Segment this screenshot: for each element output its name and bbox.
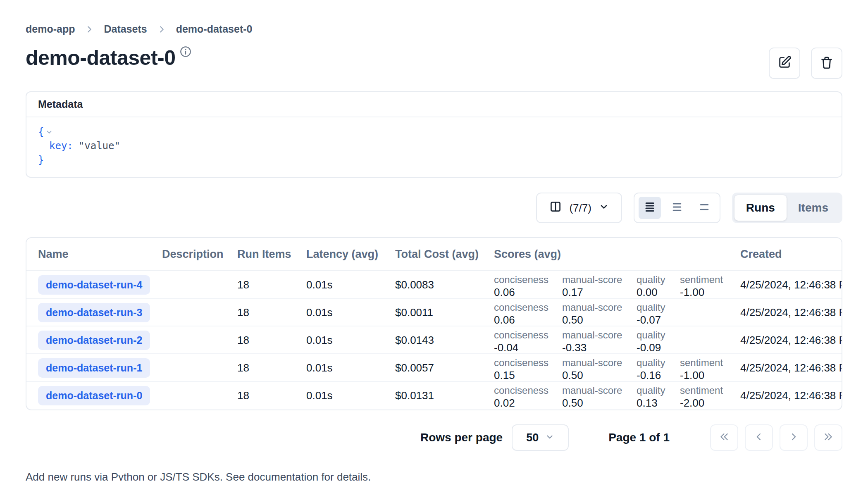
json-key: key: bbox=[49, 139, 73, 153]
run-name-link[interactable]: demo-dataset-run-4 bbox=[38, 275, 150, 295]
breadcrumb-item-dataset[interactable]: demo-dataset-0 bbox=[176, 23, 253, 35]
column-header-scores: Scores (avg) bbox=[494, 248, 740, 261]
latency-cell: 0.01s bbox=[306, 362, 395, 374]
density-compact-button[interactable] bbox=[639, 197, 661, 219]
edit-button[interactable] bbox=[769, 48, 800, 79]
score-value: -2.00 bbox=[680, 397, 740, 409]
score-label: conciseness bbox=[494, 385, 562, 396]
score-value: -0.33 bbox=[562, 341, 637, 354]
density-medium-button[interactable] bbox=[666, 197, 688, 219]
scores-cell: conciseness-0.04manual-score-0.33quality… bbox=[494, 326, 740, 354]
breadcrumb-item-app[interactable]: demo-app bbox=[26, 23, 75, 35]
table-row[interactable]: demo-dataset-run-4 18 0.01s $0.0083 conc… bbox=[26, 271, 842, 299]
run-name-link[interactable]: demo-dataset-run-1 bbox=[38, 358, 150, 378]
score-label: sentiment bbox=[680, 385, 740, 396]
density-relaxed-button[interactable] bbox=[693, 197, 715, 219]
score-value: 0.02 bbox=[494, 397, 562, 409]
latency-cell: 0.01s bbox=[306, 279, 395, 291]
score-quality: quality0.13 bbox=[637, 385, 680, 410]
chevron-right-icon bbox=[788, 431, 799, 444]
score-conciseness: conciseness-0.04 bbox=[494, 329, 562, 354]
score-label: manual-score bbox=[562, 357, 637, 368]
score-manual-score: manual-score0.50 bbox=[562, 385, 637, 410]
column-header-total-cost: Total Cost (avg) bbox=[395, 248, 494, 261]
score-quality: quality-0.07 bbox=[637, 302, 680, 326]
chevron-down-icon bbox=[545, 431, 554, 444]
json-value: "value" bbox=[79, 139, 120, 153]
density-medium-icon bbox=[671, 201, 683, 215]
metadata-json-viewer: { key: "value" } bbox=[26, 117, 842, 177]
score-conciseness: conciseness0.02 bbox=[494, 385, 562, 410]
scores-cell: conciseness0.06manual-score0.17quality0.… bbox=[494, 271, 740, 298]
table-row[interactable]: demo-dataset-run-2 18 0.01s $0.0143 conc… bbox=[26, 326, 842, 354]
previous-page-button[interactable] bbox=[745, 424, 773, 451]
score-value: 0.15 bbox=[494, 369, 562, 381]
score-value: -1.00 bbox=[680, 369, 740, 381]
chevron-left-icon bbox=[753, 431, 765, 444]
created-cell: 4/25/2024, 12:46:38 PM bbox=[740, 362, 842, 374]
score-conciseness: conciseness0.06 bbox=[494, 274, 562, 298]
row-density-group bbox=[634, 193, 720, 223]
json-open-line: { bbox=[38, 125, 830, 139]
score-label: conciseness bbox=[494, 274, 562, 285]
table-row[interactable]: demo-dataset-run-1 18 0.01s $0.0057 conc… bbox=[26, 354, 842, 382]
run-name-cell: demo-dataset-run-4 bbox=[38, 275, 162, 295]
column-count-label: (7/7) bbox=[569, 202, 591, 214]
json-kv-line: key: "value" bbox=[38, 139, 830, 153]
column-visibility-button[interactable]: (7/7) bbox=[536, 193, 622, 223]
run-name-cell: demo-dataset-run-0 bbox=[38, 386, 162, 405]
score-value: -0.09 bbox=[637, 341, 680, 354]
rows-per-page-select[interactable]: 50 bbox=[512, 424, 569, 451]
score-quality: quality0.00 bbox=[637, 274, 680, 298]
score-sentiment: sentiment-2.00 bbox=[680, 385, 740, 410]
table-header-row: Name Description Run Items Latency (avg)… bbox=[26, 238, 842, 271]
tab-runs[interactable]: Runs bbox=[734, 195, 787, 221]
score-value: -0.07 bbox=[637, 314, 680, 326]
page-info-label: Page 1 of 1 bbox=[608, 431, 670, 444]
next-page-button[interactable] bbox=[780, 424, 808, 451]
run-items-cell: 18 bbox=[237, 334, 306, 347]
rows-per-page-value: 50 bbox=[526, 431, 539, 444]
score-manual-score: manual-score-0.33 bbox=[562, 329, 637, 354]
score-sentiment: sentiment-1.00 bbox=[680, 274, 740, 298]
edit-icon bbox=[777, 55, 792, 71]
info-icon[interactable] bbox=[180, 46, 191, 59]
metadata-card: Metadata { key: "value" } bbox=[26, 91, 842, 178]
run-name-link[interactable]: demo-dataset-run-3 bbox=[38, 303, 150, 322]
tab-items[interactable]: Items bbox=[787, 195, 840, 221]
collapse-chevron-icon[interactable] bbox=[45, 128, 53, 136]
title-wrap: demo-dataset-0 bbox=[26, 46, 191, 70]
created-cell: 4/25/2024, 12:46:38 PM bbox=[740, 279, 842, 291]
table-row[interactable]: demo-dataset-run-0 18 0.01s $0.0131 conc… bbox=[26, 382, 842, 410]
breadcrumb-item-datasets[interactable]: Datasets bbox=[104, 23, 147, 35]
score-label: manual-score bbox=[562, 385, 637, 396]
column-header-description: Description bbox=[162, 248, 237, 261]
run-items-cell: 18 bbox=[237, 279, 306, 291]
score-manual-score: manual-score0.50 bbox=[562, 357, 637, 381]
documentation-link[interactable]: documentation bbox=[248, 471, 319, 481]
column-header-latency: Latency (avg) bbox=[306, 248, 395, 261]
score-value: -0.04 bbox=[494, 341, 562, 354]
first-page-button[interactable] bbox=[710, 424, 738, 451]
density-compact-icon bbox=[644, 201, 656, 215]
run-name-cell: demo-dataset-run-1 bbox=[38, 358, 162, 378]
delete-button[interactable] bbox=[811, 48, 842, 79]
score-label: quality bbox=[637, 302, 680, 313]
sdk-hint-text-before: Add new runs via Python or JS/TS SDKs. S… bbox=[26, 471, 248, 481]
run-name-link[interactable]: demo-dataset-run-2 bbox=[38, 331, 150, 350]
score-label: quality bbox=[637, 329, 680, 341]
table-row[interactable]: demo-dataset-run-3 18 0.01s $0.0011 conc… bbox=[26, 299, 842, 326]
total-cost-cell: $0.0057 bbox=[395, 362, 494, 374]
last-page-button[interactable] bbox=[814, 424, 842, 451]
score-sentiment: sentiment-1.00 bbox=[680, 357, 740, 381]
view-tab-group: Runs Items bbox=[732, 193, 842, 223]
run-name-link[interactable]: demo-dataset-run-0 bbox=[38, 386, 150, 405]
sdk-hint-text-after: for details. bbox=[318, 471, 371, 481]
pagination-nav bbox=[710, 424, 842, 451]
column-header-run-items: Run Items bbox=[237, 248, 306, 261]
scores-cell: conciseness0.02manual-score0.50quality0.… bbox=[494, 382, 740, 410]
score-conciseness: conciseness0.15 bbox=[494, 357, 562, 381]
table-toolbar: (7/7) Runs Ite bbox=[26, 193, 842, 223]
created-cell: 4/25/2024, 12:46:38 PM bbox=[740, 334, 842, 347]
score-value: 0.13 bbox=[637, 397, 680, 409]
